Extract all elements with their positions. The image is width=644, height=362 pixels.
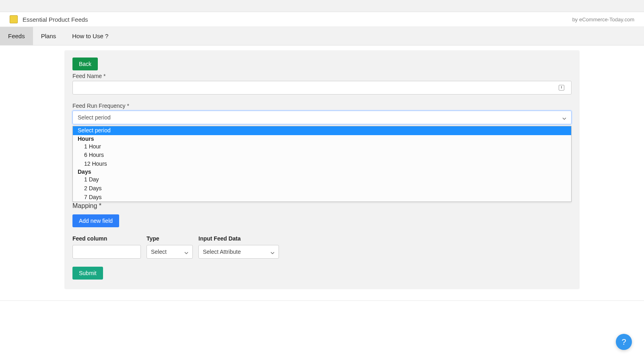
mapping-type-select[interactable]: Select xyxy=(147,245,193,259)
frequency-dropdown: Select period Hours 1 Hour 6 Hours 12 Ho… xyxy=(72,126,572,202)
footer-divider xyxy=(0,300,644,301)
add-new-field-button[interactable]: Add new field xyxy=(72,214,119,227)
frequency-group-hours: Hours xyxy=(73,135,571,142)
frequency-option-1hour[interactable]: 1 Hour xyxy=(73,142,571,151)
mapping-input-data-select[interactable]: Select Attribute xyxy=(198,245,279,259)
chevron-down-icon xyxy=(184,250,188,254)
feed-name-label: Feed Name * xyxy=(72,73,572,79)
frequency-selected-text: Select period xyxy=(78,114,111,121)
submit-button[interactable]: Submit xyxy=(72,267,103,280)
mapping-feed-column-input[interactable] xyxy=(72,245,141,259)
chevron-down-icon xyxy=(562,115,566,119)
nav-tabs: Feeds Plans How to Use ? xyxy=(0,27,644,45)
app-header: Essential Product Feeds by eCommerce-Tod… xyxy=(0,12,644,27)
frequency-option-6hours[interactable]: 6 Hours xyxy=(73,151,571,160)
tab-feeds[interactable]: Feeds xyxy=(0,27,33,45)
autofill-icon xyxy=(559,85,564,90)
mapping-label: Mapping * xyxy=(72,202,572,210)
frequency-option-12hours[interactable]: 12 Hours xyxy=(73,160,571,169)
tab-plans[interactable]: Plans xyxy=(33,27,64,45)
frequency-option-placeholder[interactable]: Select period xyxy=(73,126,571,135)
window-top-strip xyxy=(0,0,644,12)
frequency-group-days: Days xyxy=(73,168,571,175)
frequency-label: Feed Run Frequency * xyxy=(72,103,572,109)
mapping-header-input-data: Input Feed Data xyxy=(198,235,279,242)
mapping-header-feed-column: Feed column xyxy=(72,235,141,242)
tab-how-to-use[interactable]: How to Use ? xyxy=(64,27,116,45)
frequency-option-1day[interactable]: 1 Day xyxy=(73,175,571,184)
app-byline: by eCommerce-Today.com xyxy=(572,16,634,23)
mapping-row: Feed column Type Select Input Feed Data … xyxy=(72,235,572,259)
chevron-down-icon xyxy=(270,250,275,254)
form-panel: Back Feed Name * Feed Run Frequency * Se… xyxy=(64,50,580,289)
app-icon xyxy=(10,15,18,23)
back-button[interactable]: Back xyxy=(72,58,98,70)
frequency-option-7days[interactable]: 7 Days xyxy=(73,193,571,202)
app-title: Essential Product Feeds xyxy=(23,16,88,23)
frequency-option-2days[interactable]: 2 Days xyxy=(73,184,571,193)
frequency-select[interactable]: Select period xyxy=(72,111,572,124)
feed-name-input[interactable] xyxy=(72,81,572,95)
mapping-header-type: Type xyxy=(147,235,193,242)
